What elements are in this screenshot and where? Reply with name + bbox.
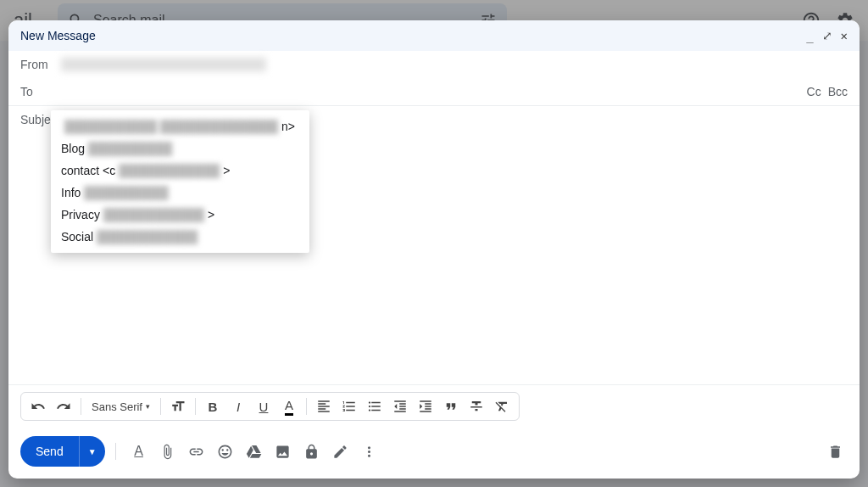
send-row: Send ▼ A — [8, 428, 860, 479]
send-options-button[interactable]: ▼ — [79, 436, 105, 467]
compose-title: New Message — [20, 29, 96, 42]
format-toolbar: Sans Serif B I U A — [20, 392, 520, 421]
numbered-list-button[interactable] — [337, 395, 361, 418]
confidential-mode-button[interactable] — [299, 439, 325, 464]
suggestion-item[interactable]: Blog ██████████ — [51, 137, 309, 160]
from-label: From — [20, 58, 61, 71]
insert-link-button[interactable] — [184, 439, 209, 464]
more-options-button[interactable] — [357, 439, 382, 464]
bcc-button[interactable]: Bcc — [828, 85, 848, 98]
font-size-button[interactable] — [166, 395, 190, 418]
compose-window: New Message _ ⤢ ✕ From ████████ ████████… — [8, 20, 860, 479]
insert-photo-button[interactable] — [270, 439, 296, 464]
font-selector[interactable]: Sans Serif — [86, 395, 155, 418]
attach-file-button[interactable] — [155, 439, 181, 464]
insert-signature-button[interactable] — [328, 439, 353, 464]
redo-button[interactable] — [52, 395, 75, 418]
suggestion-item[interactable]: Info ██████████ — [51, 182, 309, 204]
send-button[interactable]: Send — [20, 436, 79, 467]
quote-button[interactable] — [439, 395, 463, 418]
suggestion-item[interactable]: Privacy ████████████> — [51, 204, 309, 226]
close-button[interactable]: ✕ — [841, 29, 848, 42]
discard-draft-button[interactable] — [822, 439, 848, 464]
remove-format-button[interactable] — [490, 395, 514, 418]
strikethrough-button[interactable] — [465, 395, 488, 418]
underline-button[interactable]: U — [252, 395, 275, 418]
undo-button[interactable] — [26, 395, 50, 418]
formatting-options-button[interactable]: A — [126, 439, 152, 464]
suggestion-item[interactable]: contact <c████████████> — [51, 160, 309, 182]
send-button-group: Send ▼ — [20, 436, 105, 467]
align-button[interactable] — [312, 395, 336, 418]
bulleted-list-button[interactable] — [363, 395, 387, 418]
insert-emoji-button[interactable] — [213, 439, 238, 464]
bold-button[interactable]: B — [201, 395, 225, 418]
expand-button[interactable]: ⤢ — [822, 29, 832, 42]
from-suggestion-dropdown: ███████████ ██████████████n> Blog ██████… — [51, 110, 309, 253]
suggestion-item[interactable]: Social ████████████ — [51, 226, 309, 248]
to-label: To — [20, 85, 61, 98]
italic-button[interactable]: I — [226, 395, 250, 418]
format-toolbar-row: Sans Serif B I U A — [8, 384, 860, 428]
compose-header: New Message _ ⤢ ✕ — [8, 20, 860, 51]
text-color-button[interactable]: A — [277, 395, 301, 418]
insert-drive-button[interactable] — [242, 439, 267, 464]
from-row: From ████████ ████████████████ — [8, 51, 860, 78]
indent-more-button[interactable] — [414, 395, 437, 418]
to-row[interactable]: To Cc Bcc — [8, 78, 860, 106]
minimize-button[interactable]: _ — [806, 29, 813, 42]
indent-less-button[interactable] — [388, 395, 412, 418]
suggestion-item[interactable]: ███████████ ██████████████n> — [51, 115, 309, 137]
from-value[interactable]: ████████ ████████████████ — [61, 58, 848, 71]
cc-button[interactable]: Cc — [807, 85, 821, 98]
